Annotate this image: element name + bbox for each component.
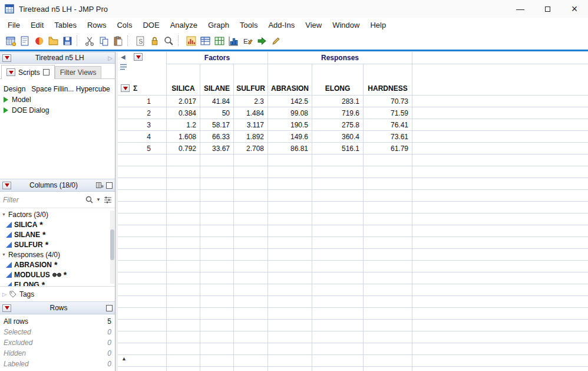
new-column-icon[interactable] [212,34,226,48]
scripts-red-triangle-menu[interactable] [6,68,15,76]
column-header-abrasion[interactable]: ABRASION [268,64,312,95]
row-number-cell[interactable]: 4 [118,131,167,142]
data-cell[interactable]: 1.892 [234,131,268,142]
columns-scrollbar[interactable] [110,211,114,284]
column-item-silica[interactable]: SILICA* [0,219,115,229]
columns-grid-red-triangle-menu[interactable] [121,84,130,92]
lock-icon[interactable] [147,34,161,48]
column-item-silane[interactable]: SILANE* [0,229,115,239]
tab-filter-views[interactable]: Filter Views [55,66,102,78]
menu-view[interactable]: View [300,19,327,31]
table-grid-red-triangle-menu[interactable] [134,53,143,61]
new-journal-icon[interactable] [18,34,32,48]
panel-expand-chevron-icon[interactable]: ▷ [108,55,113,61]
column-header-elong[interactable]: ELONG [312,64,364,95]
column-header-silane[interactable]: SILANE [200,64,234,95]
menu-file[interactable]: File [2,19,25,31]
columns-panel-checkbox[interactable] [106,182,113,189]
jmp-home-icon[interactable] [32,34,46,48]
data-cell[interactable]: 3.117 [234,119,268,130]
menu-edit[interactable]: Edit [25,19,49,31]
script-model[interactable]: Model [2,94,115,105]
filter-sliders-icon[interactable] [104,196,112,203]
row-stat-selected[interactable]: Selected0 [0,327,115,337]
search-icon[interactable] [85,196,93,203]
data-cell[interactable]: 1.484 [234,107,268,119]
script-doe-dialog[interactable]: DOE Dialog [2,105,115,116]
data-cell[interactable]: 719.6 [312,107,364,119]
tab-scripts[interactable]: Scripts [1,65,55,79]
run-script-icon[interactable] [255,34,269,48]
column-item-abrasion[interactable]: ABRASION* [0,260,115,270]
new-data-table-icon[interactable] [4,34,18,48]
menu-help[interactable]: Help [365,19,391,31]
row-stat-all-rows[interactable]: All rows5 [0,316,115,327]
search-options-caret-icon[interactable]: ▼ [96,197,101,202]
columns-scrollbar-thumb[interactable] [110,229,114,260]
data-cell[interactable]: 50 [200,107,234,119]
data-cell[interactable]: 86.81 [268,143,312,154]
row-stat-hidden[interactable]: Hidden0 [0,348,115,359]
copy-icon[interactable] [97,34,111,48]
group-disclosure-icon[interactable]: ▼ [2,252,6,257]
menu-cols[interactable]: Cols [111,19,137,31]
data-cell[interactable]: 58.17 [200,119,234,130]
data-cell[interactable]: 2.708 [234,143,268,154]
paste-icon[interactable] [111,34,125,48]
maximize-button[interactable] [534,0,561,18]
data-cell[interactable]: 0.792 [167,143,200,154]
data-cell[interactable]: 76.41 [364,119,412,130]
cut-icon[interactable] [82,34,97,48]
menu-window[interactable]: Window [327,19,365,31]
row-stat-labeled[interactable]: Labeled0 [0,359,115,369]
tabulate-icon[interactable] [198,34,212,48]
menu-tools[interactable]: Tools [234,19,263,31]
menu-add-ins[interactable]: Add-Ins [263,19,300,31]
column-header-hardness[interactable]: HARDNESS [364,64,412,95]
data-cell[interactable]: 61.79 [364,143,412,154]
data-cell[interactable]: 33.67 [200,143,234,154]
tags-row[interactable]: ▷ Tags [0,286,115,301]
data-cell[interactable]: 1.2 [167,119,200,130]
tags-disclosure-icon[interactable]: ▷ [2,291,6,297]
menu-doe[interactable]: DOE [137,19,164,31]
data-cell[interactable]: 142.5 [268,96,312,107]
row-number-cell[interactable]: 3 [118,119,167,130]
data-cell[interactable]: 2.017 [167,96,200,107]
column-settings-icon[interactable] [96,182,104,189]
data-cell[interactable]: 2.3 [234,96,268,107]
row-number-cell[interactable]: 2 [118,107,167,119]
group-disclosure-icon[interactable]: ▼ [2,212,6,216]
graph-builder-icon[interactable] [226,34,240,48]
distribution-icon[interactable] [184,34,198,48]
rows-red-triangle-menu[interactable] [2,304,11,312]
column-group-factors-3-0[interactable]: ▼Factors (3/0) [0,209,115,219]
columns-red-triangle-menu[interactable] [2,182,11,189]
zoom-icon[interactable] [161,34,176,48]
column-header-sulfur[interactable]: SULFUR [234,64,268,95]
column-group-responses-4-0[interactable]: ▼Responses (4/0) [0,249,115,260]
column-group-factors[interactable]: Factors [167,52,268,64]
data-cell[interactable]: 41.84 [200,96,234,107]
column-item-elong[interactable]: ELONG* [0,280,115,286]
data-cell[interactable]: 71.59 [364,107,412,119]
column-header-silica[interactable]: SILICA [167,64,200,95]
rows-panel-checkbox[interactable] [106,305,113,311]
table-red-triangle-menu[interactable] [2,54,11,62]
data-cell[interactable]: 190.5 [268,119,312,130]
row-number-cell[interactable]: 5 [118,143,167,154]
data-cell[interactable]: 149.6 [268,131,312,142]
row-stat-excluded[interactable]: Excluded0 [0,337,115,348]
menu-analyze[interactable]: Analyze [165,19,203,31]
row-number-cell[interactable]: 1 [118,96,167,107]
header-list-icon[interactable] [120,64,128,70]
design-property-row[interactable]: Design Space Fillin... Hypercube [2,84,115,94]
menu-tables[interactable]: Tables [49,19,82,31]
data-cell[interactable]: 0.384 [167,107,200,119]
script-icon[interactable]: S [133,34,147,48]
data-cell[interactable]: 99.08 [268,107,312,119]
column-item-sulfur[interactable]: SULFUR* [0,239,115,249]
open-icon[interactable] [46,34,60,48]
data-cell[interactable]: 360.4 [312,131,364,142]
data-cell[interactable]: 70.73 [364,96,412,107]
